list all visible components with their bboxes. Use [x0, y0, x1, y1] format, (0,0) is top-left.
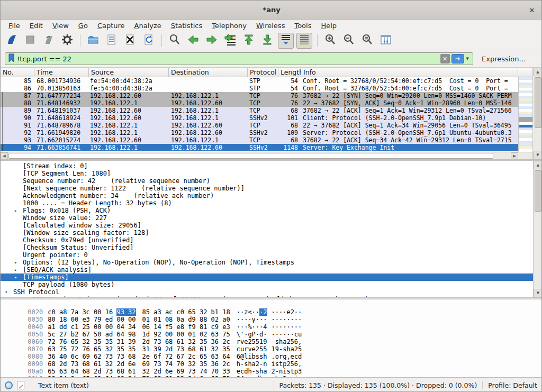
packet-row[interactable]: 93 71.662015274 192.168.122.60 192.168.1…	[1, 136, 518, 144]
detail-line[interactable]: Window size value: 227	[1, 214, 533, 222]
resize-columns-button[interactable]	[378, 33, 394, 49]
packet-row[interactable]: 94 71.663856741 192.168.122.1 192.168.12…	[1, 144, 518, 151]
hscroll-thumb[interactable]	[8, 153, 493, 159]
menu-item[interactable]: Statistics	[166, 21, 207, 31]
packet-row[interactable]: 90 71.648618924 192.168.122.60 192.168.1…	[1, 114, 518, 122]
packet-row[interactable]: 85 68.001734936 fe:54:00:d4:38:2a STP 54…	[1, 77, 518, 85]
menu-item[interactable]: Edit	[25, 21, 48, 31]
column-header[interactable]: Info	[301, 68, 518, 77]
apply-filter-icon[interactable]: ➜	[451, 54, 464, 63]
packet-row[interactable]: 89 71.648191037 192.168.122.60 192.168.1…	[1, 107, 518, 114]
save-file-button[interactable]	[104, 33, 120, 49]
detail-line[interactable]: [Stream index: 0]	[1, 162, 533, 170]
column-header[interactable]: No.	[1, 68, 34, 77]
detail-line[interactable]: [Calculated window size: 29056]	[1, 222, 533, 229]
packet-list[interactable]: 85 68.001734936 fe:54:00:d4:38:2a STP 54…	[1, 77, 518, 152]
scroll-right-icon[interactable]: ▶	[511, 152, 518, 159]
expander-icon[interactable]	[14, 222, 23, 229]
packet-row[interactable]: 92 71.661949820 192.168.122.1 192.168.12…	[1, 129, 518, 136]
hex-row[interactable]: 009068 2d 73 68 61 32 2d 6e69 73 74 70 3…	[1, 353, 542, 360]
detail-line[interactable]: ▸ [SEQ/ACK analysis]	[1, 266, 533, 274]
packet-row[interactable]: 86 70.013850163 fe:54:00:d4:38:2a STP 54…	[1, 85, 518, 92]
go-last-packet-button[interactable]	[259, 33, 275, 49]
close-file-button[interactable]	[122, 33, 138, 49]
detail-line[interactable]: [Next sequence number: 1122 (relative se…	[1, 185, 533, 192]
close-icon[interactable]: ✕	[527, 5, 537, 15]
details-scroll-thumb[interactable]	[535, 170, 541, 212]
detail-line[interactable]: TCP payload (1080 bytes)	[1, 281, 533, 288]
column-header[interactable]: Length	[278, 68, 301, 77]
zoom-in-button[interactable]	[322, 33, 338, 49]
hex-row[interactable]: 0020c0 a8 7a 3c 00 16 93 3285 a3 ac c0 6…	[1, 301, 542, 308]
hex-row[interactable]: 007063 75 72 76 65 32 35 3531 39 2d 73 6…	[1, 338, 542, 345]
detail-line[interactable]: Checksum: 0x79ed [unverified]	[1, 236, 533, 244]
column-header[interactable]: Protocol	[248, 68, 278, 77]
menu-item[interactable]: Help	[316, 21, 341, 31]
expander-icon[interactable]	[14, 170, 23, 177]
go-first-packet-button[interactable]	[241, 33, 257, 49]
go-to-packet-button[interactable]	[222, 33, 238, 49]
expander-icon[interactable]	[14, 214, 23, 222]
zoom-original-button[interactable]	[359, 33, 375, 49]
auto-scroll-button[interactable]	[278, 33, 294, 49]
scroll-up-icon[interactable]: ▲	[534, 161, 542, 169]
title-bar[interactable]: *any ✕	[1, 1, 542, 20]
hex-row[interactable]: 0040a1 dd c1 25 00 00 04 3406 14 f5 e8 f…	[1, 316, 542, 323]
profile-label[interactable]: Profile: Default	[488, 381, 537, 389]
expander-icon[interactable]	[14, 281, 23, 288]
expression-button[interactable]: Expression…	[482, 55, 526, 63]
detail-line[interactable]: ▸ Options: (12 bytes), No-Operation (NOP…	[1, 259, 533, 266]
display-filter-field[interactable]: ✕ ➜ ▼	[5, 52, 473, 65]
detail-line[interactable]: ▸ Flags: 0x018 (PSH, ACK)	[1, 207, 533, 214]
detail-line[interactable]: ▸ [Timestamps]	[1, 274, 533, 281]
go-forward-button[interactable]	[204, 33, 220, 49]
open-file-button[interactable]	[85, 33, 101, 49]
hex-row[interactable]: 008036 40 6c 69 62 73 73 682e 6f 72 67 2…	[1, 345, 542, 353]
reload-file-button[interactable]	[141, 33, 157, 49]
stop-capture-button[interactable]	[22, 33, 38, 49]
expander-icon[interactable]: ▸	[14, 207, 23, 214]
detail-line[interactable]: Sequence number: 42 (relative sequence n…	[1, 177, 533, 185]
scroll-up-icon[interactable]: ▲	[533, 68, 542, 76]
column-header[interactable]: Source	[89, 68, 169, 77]
menu-item[interactable]: Capture	[93, 21, 130, 31]
clear-filter-icon[interactable]: ✕	[440, 54, 450, 63]
detail-line[interactable]: [Checksum Status: Unverified]	[1, 244, 533, 251]
hex-dump-pane[interactable]: 0020c0 a8 7a 3c 00 16 93 3285 a3 ac c0 6…	[1, 299, 542, 377]
expert-info-icon[interactable]	[5, 381, 13, 389]
expander-icon[interactable]	[14, 192, 23, 199]
details-vscrollbar[interactable]: ▲ ▼	[533, 161, 542, 297]
scroll-down-icon[interactable]: ▼	[534, 289, 542, 297]
column-header[interactable]: Time	[34, 68, 89, 77]
menu-item[interactable]: Wireless	[251, 21, 290, 31]
expander-icon[interactable]	[14, 185, 23, 192]
display-filter-input[interactable]	[17, 55, 440, 63]
bookmark-icon[interactable]	[8, 53, 15, 65]
restart-capture-button[interactable]	[41, 33, 57, 49]
capture-options-button[interactable]	[59, 33, 75, 49]
filter-history-caret-icon[interactable]: ▼	[464, 57, 471, 61]
column-header[interactable]: Destination	[169, 68, 248, 77]
go-back-button[interactable]	[185, 33, 201, 49]
expander-icon[interactable]	[14, 236, 23, 244]
zoom-out-button[interactable]	[341, 33, 357, 49]
packet-row[interactable]: 88 71.648146932 192.168.122.1 192.168.12…	[1, 99, 518, 107]
menu-item[interactable]: Analyze	[130, 21, 166, 31]
expander-icon[interactable]	[14, 162, 23, 170]
hex-row[interactable]: 00505c 27 b2 67 50 ad 64 981d 92 00 00 0…	[1, 323, 542, 331]
expander-icon[interactable]: ▸	[14, 274, 23, 281]
detail-line[interactable]: Urgent pointer: 0	[1, 251, 533, 259]
menu-item[interactable]: Telephony	[207, 21, 251, 31]
vscroll-thumb[interactable]	[535, 77, 541, 128]
add-filter-button[interactable]: +	[540, 54, 542, 63]
expander-icon[interactable]: ▸	[14, 266, 23, 274]
expander-icon[interactable]	[14, 177, 23, 185]
colorize-button[interactable]	[296, 33, 312, 49]
detail-line[interactable]: [Window size scaling factor: 128]	[1, 229, 533, 236]
hex-row[interactable]: 006072 76 65 32 35 35 31 392d 73 68 61 3…	[1, 331, 542, 338]
hex-row[interactable]: 00a065 63 64 68 2d 73 68 6132 2d 6e 69 7…	[1, 360, 542, 368]
hex-row[interactable]: 003080 18 00 e3 79 ed 00 0001 01 08 0a d…	[1, 308, 542, 316]
menu-item[interactable]: View	[48, 21, 74, 31]
scroll-left-icon[interactable]: ◀	[1, 152, 8, 159]
menu-item[interactable]: Tools	[290, 21, 316, 31]
